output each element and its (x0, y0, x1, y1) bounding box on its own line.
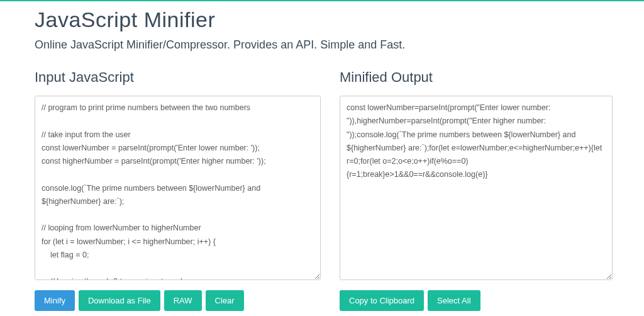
output-button-row: Copy to Clipboard Select All (340, 290, 613, 311)
output-panel: Minified Output Copy to Clipboard Select… (340, 69, 613, 311)
input-heading: Input JavaScript (35, 69, 321, 86)
output-heading: Minified Output (340, 69, 613, 86)
page-subtitle: Online JavaScript Minifier/Compressor. P… (35, 38, 613, 52)
input-button-row: Minify Download as File RAW Clear (35, 290, 321, 311)
raw-button[interactable]: RAW (164, 290, 202, 311)
page-title: JavaScript Minifier (35, 8, 613, 32)
download-button[interactable]: Download as File (79, 290, 160, 311)
clear-button[interactable]: Clear (206, 290, 244, 311)
select-all-button[interactable]: Select All (428, 290, 480, 311)
minify-button[interactable]: Minify (35, 290, 75, 311)
input-textarea[interactable] (35, 96, 321, 280)
output-textarea[interactable] (340, 96, 613, 280)
copy-button[interactable]: Copy to Clipboard (340, 290, 424, 311)
input-panel: Input JavaScript Minify Download as File… (35, 69, 321, 311)
